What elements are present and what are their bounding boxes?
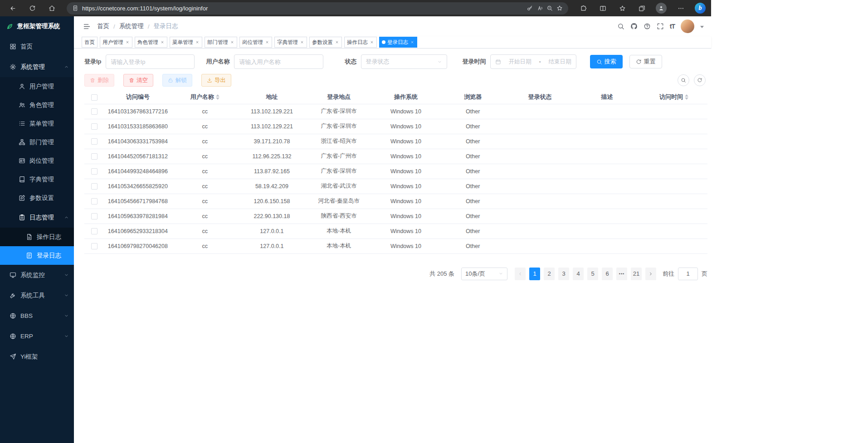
help-icon[interactable] <box>644 23 651 30</box>
sidebar-item-yi-framework[interactable]: Yi框架 <box>0 346 74 367</box>
col-username[interactable]: 用户名称 <box>171 90 239 104</box>
sidebar-item-operation-log[interactable]: 操作日志 <box>0 228 74 246</box>
tab-operation-log[interactable]: 操作日志 <box>344 37 377 48</box>
breadcrumb-system-mgmt[interactable]: 系统管理 <box>119 22 144 30</box>
row-checkbox[interactable] <box>91 198 98 204</box>
page-button-4[interactable]: 4 <box>573 268 584 280</box>
sidebar-item-bbs[interactable]: BBS <box>0 306 74 326</box>
back-icon[interactable] <box>4 1 22 15</box>
row-checkbox[interactable] <box>91 228 98 234</box>
page-button-21[interactable]: 21 <box>631 268 642 280</box>
sidebar-item-system-mgmt[interactable]: 系统管理 <box>0 57 74 77</box>
favorites-bar-icon[interactable] <box>613 1 631 15</box>
sidebar-item-login-log[interactable]: 登录日志 <box>0 246 74 265</box>
zoom-out-icon[interactable] <box>546 5 553 11</box>
read-aloud-icon[interactable] <box>536 5 543 11</box>
tab-user-mgmt[interactable]: 用户管理 <box>100 37 132 48</box>
search-button[interactable]: 搜索 <box>590 55 623 68</box>
home-icon[interactable] <box>43 1 61 15</box>
close-icon[interactable] <box>195 40 200 45</box>
avatar-caret-icon[interactable] <box>700 26 704 30</box>
split-screen-icon[interactable] <box>594 1 612 15</box>
row-checkbox[interactable] <box>91 183 98 190</box>
tab-menu-mgmt[interactable]: 菜单管理 <box>170 37 202 48</box>
page-button-5[interactable]: 5 <box>587 268 598 280</box>
sidebar-item-system-tools[interactable]: 系统工具 <box>0 285 74 306</box>
col-time[interactable]: 访问时间 <box>640 90 707 104</box>
login-ip-input[interactable] <box>106 54 195 69</box>
url-text[interactable]: https://ccnetcore.com:1101/system/log/lo… <box>82 5 523 12</box>
close-icon[interactable] <box>369 40 374 45</box>
close-icon[interactable] <box>264 40 269 45</box>
status-select[interactable]: 登录状态 <box>361 54 447 69</box>
sort-caret-icon[interactable] <box>216 94 219 100</box>
prev-page-button[interactable] <box>515 268 526 280</box>
settings-menu-icon[interactable] <box>672 1 690 15</box>
page-button-6[interactable]: 6 <box>602 268 613 280</box>
username-input[interactable] <box>234 54 323 69</box>
sidebar-item-system-monitor[interactable]: 系统监控 <box>0 265 74 285</box>
tab-login-log[interactable]: 登录日志 <box>379 37 417 48</box>
row-checkbox[interactable] <box>91 153 98 160</box>
github-icon[interactable] <box>630 23 638 30</box>
collapse-sidebar-icon[interactable] <box>83 23 91 30</box>
breadcrumb-home[interactable]: 首页 <box>97 22 109 30</box>
tab-role-mgmt[interactable]: 角色管理 <box>135 37 167 48</box>
sidebar-item-dict-mgmt[interactable]: 字典管理 <box>0 170 74 189</box>
sidebar-item-user-mgmt[interactable]: 用户管理 <box>0 77 74 96</box>
sidebar-item-dept-mgmt[interactable]: 部门管理 <box>0 133 74 151</box>
tab-home[interactable]: 首页 <box>82 37 98 48</box>
tab-dict-mgmt[interactable]: 字典管理 <box>274 37 307 48</box>
browser-profile-icon[interactable] <box>656 3 667 14</box>
close-icon[interactable] <box>410 40 414 45</box>
row-checkbox[interactable] <box>91 243 98 249</box>
row-checkbox[interactable] <box>91 108 98 115</box>
close-icon[interactable] <box>229 40 234 45</box>
row-checkbox[interactable] <box>91 168 98 175</box>
add-favorite-icon[interactable] <box>556 5 563 11</box>
font-size-icon[interactable]: tT <box>670 23 675 30</box>
sidebar-item-param-settings[interactable]: 参数设置 <box>0 189 74 207</box>
extensions-icon[interactable] <box>574 1 592 15</box>
tab-dept-mgmt[interactable]: 部门管理 <box>205 37 237 48</box>
clear-button[interactable]: 清空 <box>123 74 153 87</box>
sidebar-item-erp[interactable]: ERP <box>0 326 74 346</box>
sidebar-item-home[interactable]: 首页 <box>0 36 74 57</box>
sidebar-item-role-mgmt[interactable]: 角色管理 <box>0 96 74 114</box>
user-avatar[interactable] <box>681 19 694 33</box>
fullscreen-icon[interactable] <box>657 23 664 30</box>
tab-post-mgmt[interactable]: 岗位管理 <box>239 37 272 48</box>
page-button-2[interactable]: 2 <box>544 268 555 280</box>
sidebar-item-menu-mgmt[interactable]: 菜单管理 <box>0 114 74 133</box>
delete-button[interactable]: 删除 <box>84 74 114 87</box>
sidebar-item-log-mgmt[interactable]: 日志管理 <box>0 207 74 228</box>
password-key-icon[interactable] <box>527 5 533 11</box>
toggle-search-button[interactable] <box>678 74 689 86</box>
bing-chat-icon[interactable]: b <box>695 3 706 14</box>
refresh-icon[interactable] <box>23 1 41 15</box>
close-icon[interactable] <box>125 40 130 45</box>
page-size-select[interactable]: 10条/页 <box>461 268 507 280</box>
page-info-icon[interactable] <box>72 5 78 11</box>
tab-param-settings[interactable]: 参数设置 <box>309 37 342 48</box>
reset-button[interactable]: 重置 <box>629 55 662 68</box>
address-bar[interactable]: https://ccnetcore.com:1101/system/log/lo… <box>67 2 568 15</box>
refresh-table-button[interactable] <box>694 74 706 86</box>
page-button-3[interactable]: 3 <box>558 268 569 280</box>
more-pages-button[interactable]: ••• <box>616 268 627 280</box>
sidebar-item-post-mgmt[interactable]: 岗位管理 <box>0 151 74 170</box>
page-button-1[interactable]: 1 <box>529 268 540 280</box>
search-icon[interactable] <box>617 23 624 30</box>
row-checkbox[interactable] <box>91 138 98 145</box>
close-icon[interactable] <box>334 40 339 45</box>
date-range-picker[interactable]: 开始日期 - 结束日期 <box>490 54 576 69</box>
export-button[interactable]: 导出 <box>201 74 231 87</box>
unlock-button[interactable]: 解锁 <box>162 74 192 87</box>
next-page-button[interactable] <box>645 268 656 280</box>
select-all-checkbox[interactable] <box>91 94 98 101</box>
close-icon[interactable] <box>160 40 165 45</box>
sort-caret-icon[interactable] <box>685 94 688 100</box>
collections-icon[interactable] <box>633 1 651 15</box>
goto-page-input[interactable] <box>678 268 698 280</box>
close-icon[interactable] <box>299 40 304 45</box>
